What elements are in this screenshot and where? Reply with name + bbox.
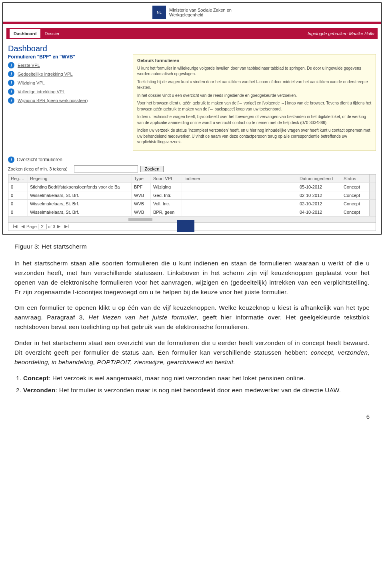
col-regnr[interactable]: Reg.Nr. (8, 175, 28, 183)
document-body: Figuur 3: Het startscherm In het startsc… (0, 237, 384, 409)
footer-logo-square (177, 220, 194, 232)
tab-dashboard[interactable]: Dashboard (10, 29, 40, 38)
info-icon[interactable]: i (8, 62, 14, 68)
nav-bar: Dashboard Dossier Ingelogde gebruiker: M… (6, 28, 378, 39)
cell-datum: 02-10-2012 (297, 200, 341, 208)
tab-dossier[interactable]: Dossier (40, 29, 63, 38)
accent-bar (3, 22, 381, 24)
gov-logo-icon: NL (152, 6, 166, 19)
cell-regnr: 0 (8, 183, 28, 191)
info-panel-p: In het dossier vindt u een overzicht van… (137, 93, 372, 99)
col-status[interactable]: Status (341, 175, 369, 183)
form-link-wijziging-bpr[interactable]: Wijziging BPR (geen werkingssfeer) (18, 98, 88, 103)
cell-datum: 05-10-2012 (297, 183, 341, 191)
form-link-row: i Wijziging BPR (geen werkingssfeer) (8, 97, 128, 104)
cell-type: WVB (132, 200, 151, 208)
p2-italic: Het kiezen van het juiste formulier (88, 314, 196, 321)
page-number: 6 (0, 413, 384, 420)
cell-datum: 02-10-2012 (297, 191, 341, 199)
li1-label: Concept (23, 375, 49, 381)
content-area: Dashboard Formulieren "BPF" en "WVB" i E… (3, 39, 381, 234)
overview-title: Overzicht formulieren (17, 157, 62, 163)
cell-datum: 04-10-2012 (297, 208, 341, 216)
cell-soort: Voll. Intr. (151, 200, 182, 208)
search-row: Zoeken (leeg of min. 3 tekens) Zoeken (8, 165, 376, 173)
logged-in-label: Ingelogde gebruiker: (308, 31, 348, 36)
form-link-row: i Wijziging VPL (8, 80, 128, 86)
col-type[interactable]: Type (132, 175, 151, 183)
pager-first-button[interactable]: I◀ (11, 224, 19, 229)
logged-in-user: Maaike Holla (349, 31, 374, 36)
pager-page-label: Page (26, 224, 37, 229)
info-panel-p: Indien u technische vragen heeft, bijvoo… (137, 114, 372, 126)
overview-header: i Overzicht formulieren (8, 157, 376, 163)
cell-indiener (182, 191, 297, 199)
cell-regeling: Wisselmakelaars, St. Brf. (28, 200, 132, 208)
pager-last-button[interactable]: ▶I (62, 224, 71, 229)
cell-type: BPF (132, 183, 151, 191)
scrollbar-v[interactable] (369, 183, 376, 191)
status-item-concept: Concept: Het verzoek is wel aangemaakt, … (23, 373, 370, 383)
info-panel-p: Toelichting bij de vragen kunt u vinden … (137, 79, 372, 91)
scrollbar-v[interactable] (369, 200, 376, 208)
cell-indiener (182, 200, 297, 208)
status-list: Concept: Het verzoek is wel aangemaakt, … (14, 373, 370, 395)
figure-caption: Figuur 3: Het startscherm (14, 242, 370, 251)
gov-header: NL Ministerie van Sociale Zaken en Werkg… (3, 3, 381, 22)
doc-paragraph-1: In het startscherm staan alle soorten fo… (14, 259, 370, 297)
cell-regeling: Wisselmakelaars, St. Brf. (28, 191, 132, 199)
cell-regnr: 0 (8, 200, 28, 208)
pager-page-input[interactable] (38, 224, 47, 229)
table-row[interactable]: 0 Wisselmakelaars, St. Brf. WVB BPR, gee… (8, 208, 376, 217)
col-soort-vpl[interactable]: Soort VPL (151, 175, 182, 183)
info-panel-title: Gebruik formulieren (137, 58, 372, 64)
form-link-row: i Gedeeltelijke intrekking VPL (8, 71, 128, 77)
cell-indiener (182, 183, 297, 191)
pager-next-button[interactable]: ▶ (55, 224, 62, 229)
cell-regeling: Stichting Bedrijfstakpensioenfonds voor … (28, 183, 132, 191)
pager-prev-button[interactable]: ◀ (19, 224, 26, 229)
form-link-eerste-vpl[interactable]: Eerste VPL (18, 63, 40, 68)
cell-soort: Wijziging (151, 183, 182, 191)
li2-text: : Het formulier is verzonden maar is nog… (56, 387, 341, 393)
scrollbar-v[interactable] (369, 208, 376, 216)
app-screenshot: NL Ministerie van Sociale Zaken en Werkg… (2, 2, 382, 235)
search-button[interactable]: Zoeken (140, 166, 164, 172)
info-icon[interactable]: i (8, 97, 14, 104)
info-icon[interactable]: i (8, 80, 14, 86)
forms-section-title: Formulieren "BPF" en "WVB" (8, 54, 128, 60)
form-link-wijziging-vpl[interactable]: Wijziging VPL (18, 80, 45, 85)
form-link-volledige-intrekking[interactable]: Volledige intrekking VPL (18, 89, 65, 94)
form-link-row: i Eerste VPL (8, 62, 128, 68)
scrollbar-v[interactable] (369, 175, 376, 183)
table-row[interactable]: 0 Wisselmakelaars, St. Brf. WVB Voll. In… (8, 200, 376, 208)
col-indiener[interactable]: Indiener (182, 175, 297, 183)
scrollbar-v[interactable] (369, 191, 376, 199)
cell-regeling: Wisselmakelaars, St. Brf. (28, 208, 132, 216)
info-icon[interactable]: i (8, 157, 14, 163)
li2-label: Verzonden (23, 387, 56, 393)
search-input[interactable] (74, 165, 138, 173)
overview-grid: Reg.Nr. Regeling Type Soort VPL Indiener… (8, 174, 376, 223)
status-item-verzonden: Verzonden: Het formulier is verzonden ma… (23, 385, 370, 395)
info-icon[interactable]: i (8, 88, 14, 95)
info-panel-p: Voor het browsen dient u géén gebruik te… (137, 100, 372, 112)
info-panel-p: Indien uw verzoek de status 'incompleet … (137, 128, 372, 145)
doc-paragraph-2: Om een formulier te openen klikt u op éé… (14, 303, 370, 332)
info-panel: Gebruik formulieren U kunt het formulier… (133, 54, 376, 151)
cell-status: Concept (341, 183, 369, 191)
cell-status: Concept (341, 191, 369, 199)
table-row[interactable]: 0 Stichting Bedrijfstakpensioenfonds voo… (8, 183, 376, 191)
cell-status: Concept (341, 208, 369, 216)
form-link-gedeeltelijke-intrekking[interactable]: Gedeeltelijke intrekking VPL (18, 72, 73, 76)
col-regeling[interactable]: Regeling (28, 175, 132, 183)
col-datum[interactable]: Datum ingediend (297, 175, 341, 183)
info-icon[interactable]: i (8, 71, 14, 77)
grid-header: Reg.Nr. Regeling Type Soort VPL Indiener… (8, 175, 376, 183)
cell-type: WVB (132, 208, 151, 216)
doc-paragraph-3: Onder in het startscherm staat een overz… (14, 338, 370, 367)
ministry-line2: Werkgelegenheid (169, 12, 232, 17)
table-row[interactable]: 0 Wisselmakelaars, St. Brf. WVB Ged. Int… (8, 191, 376, 200)
search-label: Zoeken (leeg of min. 3 tekens) (8, 167, 68, 171)
cell-type: WVB (132, 191, 151, 199)
